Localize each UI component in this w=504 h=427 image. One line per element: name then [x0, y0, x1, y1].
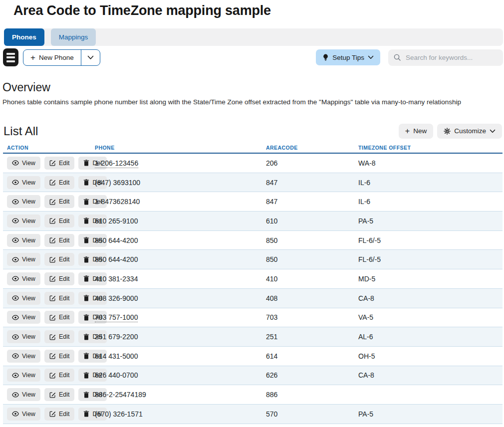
- phone-cell: 1-206-123456: [95, 159, 266, 167]
- eye-icon: [12, 334, 19, 340]
- view-button[interactable]: View: [7, 408, 40, 421]
- customize-button[interactable]: Customize: [437, 124, 502, 139]
- edit-button-label: Edit: [59, 198, 70, 205]
- action-cell: View Edit Del: [7, 234, 95, 247]
- tab-mappings[interactable]: Mappings: [51, 28, 96, 46]
- view-button[interactable]: View: [7, 311, 40, 324]
- action-cell: View Edit Del: [7, 157, 95, 170]
- customize-button-label: Customize: [454, 127, 486, 135]
- view-button-label: View: [22, 160, 35, 167]
- edit-button[interactable]: Edit: [44, 330, 75, 343]
- edit-button[interactable]: Edit: [44, 234, 75, 247]
- column-header-timezone-offset[interactable]: Timezone Offset: [358, 145, 503, 151]
- column-header-phone[interactable]: Phone: [95, 145, 266, 151]
- phone-value: 626 440-0700: [95, 371, 138, 379]
- view-button[interactable]: View: [7, 157, 40, 170]
- table-row: View Edit Del 408 326-9000 408 CA-8: [3, 289, 503, 308]
- edit-button[interactable]: Edit: [44, 214, 75, 227]
- edit-button[interactable]: Edit: [44, 253, 75, 266]
- view-button[interactable]: View: [7, 350, 40, 363]
- edit-button[interactable]: Edit: [44, 157, 75, 170]
- chevron-down-icon: [87, 55, 94, 60]
- view-button[interactable]: View: [7, 214, 40, 227]
- edit-button[interactable]: Edit: [44, 272, 75, 285]
- view-button[interactable]: View: [7, 272, 40, 285]
- phone-value[interactable]: 703 757-1000: [95, 313, 138, 322]
- phone-cell: 408 326-9000: [95, 294, 266, 302]
- edit-button[interactable]: Edit: [44, 195, 75, 208]
- view-button[interactable]: View: [7, 292, 40, 305]
- action-cell: View Edit Del: [7, 253, 95, 266]
- new-phone-split-button: + New Phone: [23, 49, 100, 66]
- new-phone-dropdown-button[interactable]: [81, 50, 100, 65]
- column-header-action[interactable]: Action: [7, 145, 95, 151]
- edit-button[interactable]: Edit: [44, 388, 75, 401]
- view-button[interactable]: View: [7, 234, 40, 247]
- view-button-label: View: [22, 314, 35, 321]
- edit-button-label: Edit: [59, 353, 70, 360]
- column-header-areacode[interactable]: Areacode: [266, 145, 358, 151]
- view-button[interactable]: View: [7, 253, 40, 266]
- table-row: View Edit Del 886-2-25474189 886: [3, 385, 503, 405]
- view-button[interactable]: View: [7, 195, 40, 208]
- edit-icon: [49, 275, 56, 282]
- table-header-row: Action Phone Areacode Timezone Offset: [3, 142, 503, 154]
- edit-icon: [49, 160, 56, 166]
- edit-button[interactable]: Edit: [44, 350, 75, 363]
- action-cell: View Edit Del: [7, 330, 95, 343]
- view-button-label: View: [22, 237, 35, 244]
- view-button[interactable]: View: [7, 388, 40, 401]
- trash-icon: [83, 179, 89, 186]
- gear-icon: [444, 128, 451, 135]
- search-input[interactable]: [406, 54, 498, 61]
- areacode-cell: 847: [266, 179, 358, 187]
- areacode-cell: 703: [266, 313, 358, 321]
- edit-button[interactable]: Edit: [44, 408, 75, 421]
- new-phone-button[interactable]: + New Phone: [23, 50, 81, 65]
- view-button[interactable]: View: [7, 330, 40, 343]
- edit-button[interactable]: Edit: [44, 292, 75, 305]
- view-button-label: View: [22, 391, 35, 398]
- phone-value[interactable]: 1-206-123456: [95, 159, 138, 168]
- phone-value: 1-8473628140: [95, 198, 140, 206]
- phone-value: 410 381-2334: [95, 275, 138, 283]
- setup-tips-button[interactable]: Setup Tips: [316, 49, 380, 65]
- view-button-label: View: [22, 217, 35, 224]
- plus-icon: +: [30, 53, 35, 62]
- edit-button[interactable]: Edit: [44, 311, 75, 324]
- table-row: View Edit Del 626 440-0700 626 CA-8: [3, 366, 503, 386]
- action-cell: View Edit Del: [7, 369, 95, 382]
- eye-icon: [12, 411, 19, 417]
- action-cell: View Edit Del: [7, 272, 95, 285]
- tab-phones[interactable]: Phones: [4, 28, 44, 46]
- overview-heading: Overview: [2, 81, 504, 94]
- phone-cell: 850 644-4200: [95, 255, 266, 263]
- timezone-offset-cell: CA-8: [358, 371, 503, 379]
- edit-button[interactable]: Edit: [44, 369, 75, 382]
- timezone-offset-cell: PA-5: [358, 217, 503, 225]
- phone-cell: 886-2-25474189: [95, 391, 266, 399]
- edit-button-label: Edit: [59, 295, 70, 302]
- chevron-down-icon: [490, 129, 496, 133]
- timezone-offset-cell: FL-6/-5: [358, 255, 503, 263]
- areacode-cell: 850: [266, 236, 358, 244]
- phone-cell: 610 265-9100: [95, 217, 266, 225]
- new-record-button[interactable]: + New: [399, 124, 433, 139]
- trash-icon: [83, 411, 89, 417]
- timezone-offset-cell: CA-8: [358, 294, 503, 302]
- table-row: View Edit Del 1-206-123456 206 WA-8: [3, 154, 503, 173]
- eye-icon: [12, 218, 19, 223]
- trash-icon: [83, 256, 89, 263]
- view-button-label: View: [22, 411, 35, 418]
- menu-button[interactable]: [3, 48, 18, 66]
- phone-cell: 850 644-4200: [95, 236, 266, 244]
- phone-value: 251 679-2200: [95, 333, 138, 341]
- phone-value: (847) 3693100: [95, 179, 140, 187]
- edit-button[interactable]: Edit: [44, 176, 75, 189]
- table-row: View Edit Del 614 431-5000 614 OH-5: [3, 347, 503, 366]
- view-button[interactable]: View: [7, 369, 40, 382]
- view-button[interactable]: View: [7, 176, 40, 189]
- table-row: View Edit Del (570) 326-1571 570 PA-5: [3, 405, 503, 424]
- timezone-offset-cell: MD-5: [358, 275, 503, 283]
- view-button-label: View: [22, 198, 35, 205]
